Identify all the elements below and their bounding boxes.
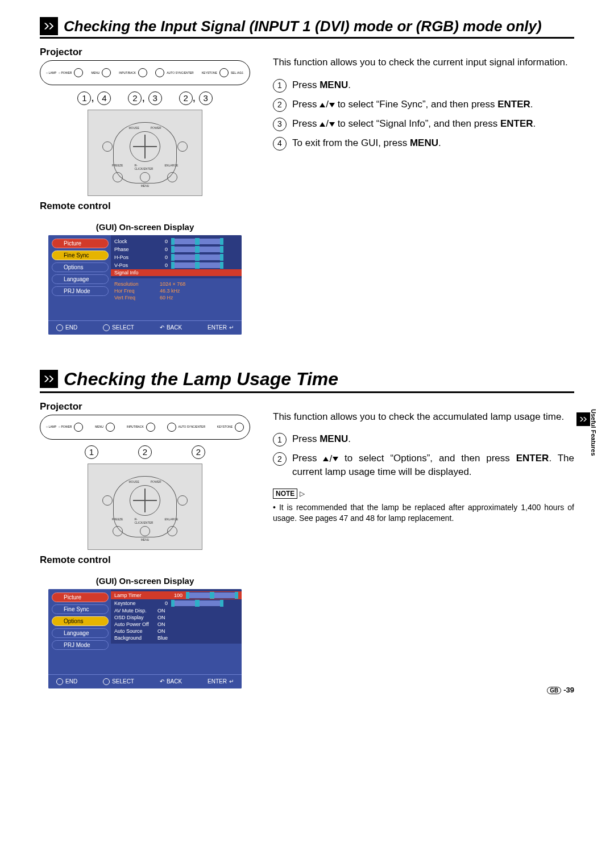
projector-label-1: Projector: [40, 47, 250, 58]
end-icon: [56, 324, 63, 331]
power-remote-icon: [177, 141, 188, 152]
side-tab: Useful Features: [576, 409, 597, 456]
callout-row-1: 1, 4 2, 3 2, 3: [40, 91, 250, 105]
step-text: To exit from the GUI, press MENU.: [292, 137, 441, 151]
osd-enter-button[interactable]: ENTER: [208, 324, 234, 331]
osd-menu-finesync[interactable]: Fine Sync: [52, 604, 109, 614]
page-number: GB-39: [547, 686, 574, 694]
input-button-icon: [146, 423, 155, 432]
osd-end-button[interactable]: END: [56, 678, 77, 685]
slider-bar[interactable]: [171, 600, 223, 607]
section1-title-row: Checking the Input Signal (INPUT 1 (DVI)…: [40, 17, 574, 39]
osd-select-button[interactable]: SELECT: [103, 678, 134, 685]
osd-menu-language[interactable]: Language: [52, 628, 109, 638]
updown-arrow-icon: /: [320, 118, 335, 131]
osd-menu-1: Picture Fine Sync Options Language PRJ M…: [48, 235, 111, 320]
slider-bar[interactable]: [171, 254, 223, 261]
menu-remote-icon: [140, 172, 150, 182]
menu-remote-icon: [140, 526, 150, 536]
note-heading: NOTE: [273, 487, 574, 500]
autosync-button-icon: [167, 423, 176, 432]
osd-back-button[interactable]: BACK: [160, 324, 182, 331]
maintenance-icon: [40, 370, 58, 388]
picture-icon: [56, 594, 61, 600]
osd-select-button[interactable]: SELECT: [103, 324, 134, 331]
side-tab-icon: [576, 412, 590, 426]
sync-icon: [56, 606, 61, 612]
language-icon: [56, 276, 61, 282]
updown-arrow-icon: /: [323, 453, 338, 466]
end-icon: [56, 678, 63, 685]
osd-menu-options[interactable]: Options: [52, 616, 109, 626]
slider-bar[interactable]: [171, 262, 223, 269]
menu-button-icon: [102, 68, 111, 77]
step-text: Press MENU.: [292, 433, 351, 446]
slider-bar[interactable]: [171, 246, 223, 253]
section2-title-row: Checking the Lamp Usage Time: [40, 369, 574, 393]
osd-selected-row[interactable]: Signal Info: [111, 269, 242, 276]
osd-end-button[interactable]: END: [56, 324, 77, 331]
osd-menu-finesync[interactable]: Fine Sync: [52, 251, 109, 260]
note-arrow-icon: [300, 487, 305, 500]
slider-bar[interactable]: [171, 238, 223, 245]
osd-menu-language[interactable]: Language: [52, 274, 109, 284]
language-icon: [56, 630, 61, 636]
projector-panel-1: ○ LAMP ○ POWER MENU INPUT/BACK AUT: [40, 60, 250, 85]
mouse-button-icon: [102, 141, 113, 152]
step-text: Press / to select “Signal Info”, and the…: [292, 118, 536, 131]
picture-icon: [56, 240, 61, 246]
section2-title: Checking the Lamp Usage Time: [64, 369, 338, 390]
power-button-icon: [74, 423, 83, 432]
prjmode-icon: [56, 642, 61, 648]
enlarge-button-icon: [167, 526, 177, 536]
osd-label-1: (GUI) On-screen Display: [40, 222, 250, 232]
osd-label-2: (GUI) On-screen Display: [40, 576, 250, 586]
remote-label-1: Remote control: [40, 201, 250, 212]
slider-bar[interactable]: [186, 592, 238, 599]
power-remote-icon: [177, 495, 188, 506]
sync-icon: [56, 252, 61, 258]
enlarge-button-icon: [167, 172, 177, 182]
freeze-button-icon: [113, 172, 123, 182]
osd-panel-1: Picture Fine Sync Options Language PRJ M…: [48, 235, 242, 335]
step-text: Press / to select “Fine Sync”, and then …: [292, 98, 533, 112]
osd-enter-button[interactable]: ENTER: [208, 678, 234, 685]
keystone-button-icon: [235, 423, 244, 432]
menu-button-icon: [106, 423, 115, 432]
step-text: Press MENU.: [292, 79, 351, 93]
select-icon: [103, 678, 110, 685]
input-button-icon: [138, 68, 147, 77]
options-icon: [56, 264, 61, 270]
freeze-button-icon: [113, 526, 123, 536]
section2-intro: This function allows you to check the ac…: [273, 411, 574, 424]
remote-control-diagram-1: MOUSEPOWER FREEZER-CLICK/ENTERENLARGE ME…: [88, 110, 202, 196]
autosync-button-icon: [155, 68, 164, 77]
dpad-icon: [130, 131, 160, 162]
step-text: Press / to select “Options”, and then pr…: [292, 452, 574, 478]
select-icon: [103, 324, 110, 331]
power-button-icon: [74, 68, 83, 77]
section2-steps: 1 Press MENU. 2 Press / to select “Optio…: [273, 433, 574, 478]
remote-control-diagram-2: MOUSEPOWER FREEZER-CLICK/ENTERENLARGE ME…: [88, 464, 202, 550]
osd-menu-prjmode[interactable]: PRJ Mode: [52, 286, 109, 296]
osd-back-button[interactable]: BACK: [160, 678, 182, 685]
callout-row-2: 1 2 2: [40, 445, 250, 459]
section1-intro: This function allows you to check the cu…: [273, 56, 574, 69]
osd-selected-row[interactable]: Lamp Timer100: [111, 591, 242, 599]
osd-panel-2: Picture Fine Sync Options Language PRJ M…: [48, 589, 242, 688]
updown-arrow-icon: /: [320, 98, 335, 111]
dpad-icon: [130, 485, 160, 516]
projector-label-2: Projector: [40, 401, 250, 412]
section1-steps: 1 Press MENU. 2 Press / to select “Fine …: [273, 79, 574, 151]
keystone-button-icon: [219, 68, 229, 77]
osd-menu-prjmode[interactable]: PRJ Mode: [52, 640, 109, 650]
options-icon: [56, 618, 61, 624]
note-text: • It is recommended that the lamp be rep…: [273, 502, 574, 524]
prjmode-icon: [56, 288, 61, 294]
section1-title: Checking the Input Signal (INPUT 1 (DVI)…: [64, 18, 542, 35]
osd-menu-options[interactable]: Options: [52, 262, 109, 272]
maintenance-icon: [40, 17, 58, 35]
osd-menu-picture[interactable]: Picture: [52, 592, 109, 602]
osd-menu-picture[interactable]: Picture: [52, 239, 109, 248]
remote-label-2: Remote control: [40, 554, 250, 566]
